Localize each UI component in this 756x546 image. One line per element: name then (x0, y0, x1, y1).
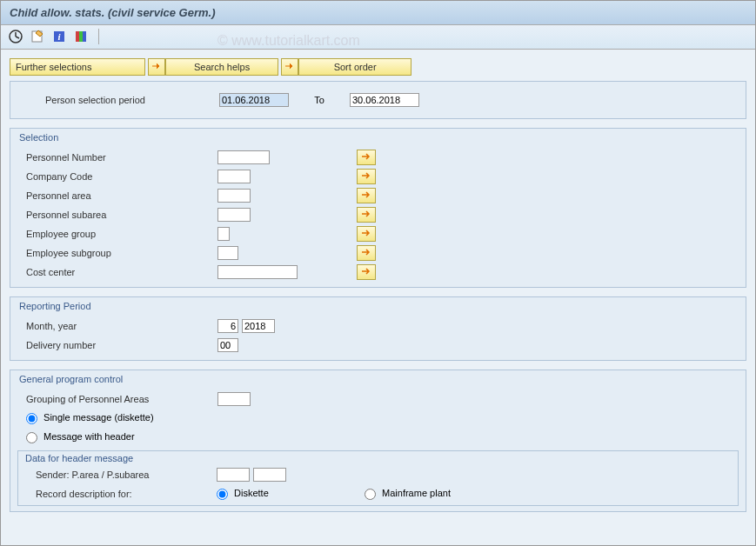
selection-field-label: Company Code (17, 171, 217, 182)
selection-field-input[interactable] (217, 227, 230, 241)
selection-buttons-row: Further selections Search helps Sort ord… (10, 58, 746, 76)
toolbar-separator (98, 29, 99, 44)
reporting-period-group: Reporting Period Month, year Delivery nu… (10, 296, 746, 361)
record-description-label: Record description for: (23, 489, 217, 499)
selection-field-input[interactable] (217, 170, 251, 183)
single-message-label: Single message (diskette) (43, 412, 154, 423)
multiple-selection-button[interactable] (357, 207, 376, 223)
selection-group: Selection Personnel NumberCompany CodePe… (10, 128, 746, 288)
general-program-control-group: General program control Grouping of Pers… (10, 370, 746, 512)
sender-parea-input[interactable] (217, 468, 250, 482)
selection-field-label: Personnel Number (17, 152, 217, 163)
svg-rect-7 (79, 31, 83, 42)
selection-field-input[interactable] (217, 208, 251, 222)
period-to-input[interactable] (350, 93, 419, 107)
single-message-radio[interactable] (26, 413, 37, 424)
selection-field-label: Personnel subarea (17, 210, 217, 220)
selection-field-input[interactable] (217, 189, 251, 203)
delivery-number-label: Delivery number (17, 340, 217, 350)
app-toolbar: i (1, 25, 755, 50)
selection-field-input[interactable] (217, 150, 270, 164)
selection-field-label: Personnel area (17, 190, 217, 201)
sort-order-arrow-icon[interactable] (281, 58, 298, 76)
mainframe-radio-label: Mainframe plant (382, 488, 451, 498)
diskette-radio-label: Diskette (234, 488, 269, 498)
message-with-header-radio[interactable] (26, 432, 37, 443)
header-message-subgroup: Data for header message Sender: P.area /… (17, 450, 739, 506)
selection-row: Company Code (17, 167, 739, 186)
multiple-selection-button[interactable] (357, 245, 376, 261)
multiple-selection-button[interactable] (357, 150, 376, 165)
month-year-label: Month, year (17, 321, 217, 331)
window-title: Child allow. stats. (civil service Germ.… (1, 1, 755, 25)
selection-row: Employee subgroup (17, 243, 739, 263)
svg-line-2 (16, 37, 19, 38)
multiple-selection-button[interactable] (357, 169, 376, 184)
diskette-radio[interactable] (217, 489, 228, 500)
selection-field-input[interactable] (217, 246, 238, 260)
grouping-label: Grouping of Personnel Areas (17, 394, 217, 404)
search-helps-button[interactable]: Search helps (165, 58, 278, 76)
general-program-control-title: General program control (17, 374, 739, 384)
selection-field-label: Employee group (17, 229, 217, 239)
multiple-selection-button[interactable] (357, 188, 376, 203)
selection-row: Personnel Number (17, 148, 739, 167)
search-helps-arrow-icon[interactable] (148, 58, 165, 76)
reporting-period-title: Reporting Period (17, 301, 739, 311)
year-input[interactable] (242, 319, 275, 333)
month-input[interactable] (217, 319, 238, 333)
message-with-header-label: Message with header (43, 431, 135, 442)
mainframe-radio[interactable] (365, 489, 376, 500)
selection-row: Personnel subarea (17, 205, 739, 224)
selection-field-label: Cost center (17, 267, 217, 277)
execute-icon[interactable] (8, 29, 23, 44)
svg-rect-6 (76, 31, 79, 42)
selection-group-title: Selection (17, 132, 739, 143)
sender-label: Sender: P.area / P.subarea (23, 469, 217, 480)
info-icon[interactable]: i (51, 29, 67, 44)
selection-row: Personnel area (17, 186, 739, 205)
period-from-input[interactable] (219, 93, 289, 107)
further-selections-button[interactable]: Further selections (10, 58, 145, 76)
grouping-input[interactable] (217, 392, 251, 406)
selection-row: Cost center (17, 263, 739, 282)
variant-icon[interactable] (30, 29, 45, 44)
multiple-selection-button[interactable] (357, 226, 376, 242)
selection-field-label: Employee subgroup (17, 248, 217, 258)
content-area: Further selections Search helps Sort ord… (1, 50, 755, 545)
sort-order-button[interactable]: Sort order (298, 58, 411, 76)
selection-field-input[interactable] (217, 265, 298, 279)
color-legend-icon[interactable] (73, 29, 89, 44)
multiple-selection-button[interactable] (357, 264, 376, 280)
svg-rect-8 (83, 31, 86, 42)
period-panel: Person selection period To (10, 81, 746, 119)
sender-psubarea-input[interactable] (253, 468, 286, 482)
header-message-title: Data for header message (23, 453, 733, 463)
to-label: To (289, 95, 350, 105)
person-selection-period-label: Person selection period (28, 95, 219, 105)
selection-row: Employee group (17, 224, 739, 243)
delivery-number-input[interactable] (217, 338, 238, 352)
